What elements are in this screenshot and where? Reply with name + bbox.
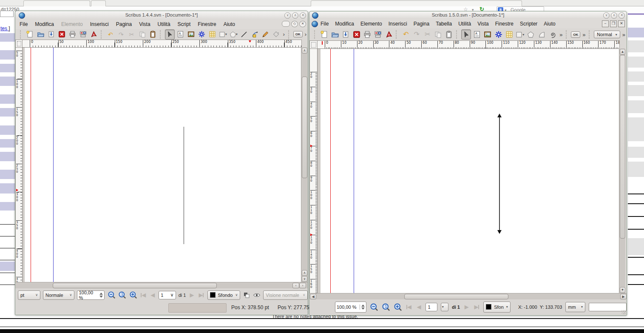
browser-tab[interactable] bbox=[23, 0, 90, 6]
menu-item[interactable]: Utilità bbox=[158, 21, 170, 27]
insert-spiral-button[interactable] bbox=[548, 29, 557, 40]
save-document-button[interactable] bbox=[46, 29, 56, 40]
redo-button[interactable]: ↷ bbox=[116, 29, 126, 40]
open-document-button[interactable] bbox=[330, 29, 340, 40]
open-document-button[interactable] bbox=[36, 29, 45, 40]
next-page-button[interactable]: ▶ bbox=[463, 303, 470, 311]
menu-item[interactable]: Modifica bbox=[35, 21, 54, 27]
line-object[interactable] bbox=[184, 127, 184, 244]
redo-button[interactable]: ↷ bbox=[412, 29, 422, 40]
first-page-button[interactable]: ◀ bbox=[140, 291, 147, 299]
toolbar-overflow-chevron[interactable]: » bbox=[558, 31, 564, 38]
insert-table-button[interactable] bbox=[207, 29, 217, 40]
maximize-button[interactable]: ∧ bbox=[292, 12, 298, 19]
mdi-minimize-button[interactable]: − bbox=[602, 20, 609, 27]
close-document-button[interactable] bbox=[57, 29, 67, 40]
mdi-restore-button[interactable]: ◇ bbox=[291, 21, 298, 27]
menu-item[interactable]: Scripter bbox=[520, 21, 537, 27]
layer-select[interactable]: Sfon▾ bbox=[483, 302, 511, 313]
scroll-up-button[interactable]: ∧ bbox=[302, 48, 307, 54]
preflight-verifier-button[interactable] bbox=[78, 29, 88, 40]
scroll-right-button[interactable]: › bbox=[299, 283, 306, 288]
copy-button[interactable] bbox=[137, 29, 147, 40]
zoom-level-spinner[interactable]: 100,00 % bbox=[77, 290, 105, 300]
scrollbar-thumb[interactable] bbox=[302, 77, 307, 178]
document-canvas[interactable] bbox=[22, 47, 301, 282]
cut-button[interactable]: ✂ bbox=[423, 29, 432, 40]
menu-item[interactable]: File bbox=[20, 21, 28, 27]
toolbar-overflow-chevron[interactable]: › bbox=[282, 31, 286, 37]
menu-item[interactable]: Tabella bbox=[436, 21, 452, 27]
scroll-up-button[interactable]: ▲ bbox=[620, 49, 625, 55]
zoom-out-button[interactable] bbox=[370, 302, 378, 312]
paste-button[interactable] bbox=[148, 29, 158, 40]
undo-button[interactable]: ↶ bbox=[105, 29, 115, 40]
horizontal-scrollbar[interactable]: ‹ › bbox=[15, 282, 308, 289]
scrollbar-thumb[interactable] bbox=[620, 55, 625, 239]
preflight-verifier-button[interactable] bbox=[373, 29, 383, 40]
print-document-button[interactable] bbox=[68, 29, 77, 40]
chevron-down-icon[interactable]: ▾ bbox=[236, 32, 238, 36]
scroll-down-button[interactable]: ∨ bbox=[302, 276, 307, 282]
mdi-close-button[interactable]: ✕ bbox=[618, 20, 625, 27]
menu-item[interactable]: Utilità bbox=[458, 21, 471, 27]
menu-item[interactable]: Elemento bbox=[360, 21, 382, 27]
insert-arc-button[interactable] bbox=[536, 29, 546, 40]
insert-shape-button[interactable]: ▾ bbox=[515, 29, 525, 40]
save-as-pdf-button[interactable]: A bbox=[384, 29, 394, 40]
menu-item[interactable]: Script bbox=[178, 21, 191, 27]
toolbar-more-chevron[interactable]: › bbox=[304, 31, 308, 37]
previous-page-button[interactable]: ◀ bbox=[416, 303, 423, 311]
scrollbar-thumb[interactable] bbox=[404, 294, 508, 299]
page-number-field[interactable]: 1 bbox=[426, 303, 437, 311]
scroll-down-button[interactable]: ▼ bbox=[620, 287, 625, 293]
insert-render-frame-button[interactable] bbox=[494, 29, 503, 40]
style-more-chevron[interactable]: » bbox=[621, 31, 627, 38]
select-item-button[interactable] bbox=[165, 29, 175, 40]
scroll-up-button[interactable]: ∧ bbox=[302, 270, 307, 276]
zoom-100-button[interactable]: 1 bbox=[382, 302, 390, 312]
close-button[interactable]: ✕ bbox=[618, 12, 625, 19]
unit-select[interactable]: pt∨ bbox=[18, 290, 40, 300]
page-number-select[interactable]: 1∨ bbox=[159, 291, 176, 299]
menu-item[interactable]: Aiuto bbox=[544, 21, 555, 27]
rotate-item-button[interactable] bbox=[271, 29, 281, 40]
zoom-level-spinner[interactable]: 100,00 % bbox=[335, 302, 366, 313]
zoom-in-button[interactable] bbox=[129, 290, 138, 300]
new-document-button[interactable] bbox=[25, 29, 35, 40]
document-page[interactable] bbox=[25, 48, 301, 282]
layer-indicator-icon[interactable] bbox=[243, 291, 250, 299]
undo-button[interactable]: ↶ bbox=[401, 29, 411, 40]
status-text-field[interactable] bbox=[589, 303, 627, 311]
toolbar-more-chevron[interactable]: » bbox=[581, 31, 587, 38]
cut-button[interactable]: ✂ bbox=[127, 29, 136, 40]
ok-button[interactable]: OK bbox=[571, 31, 580, 38]
save-document-button[interactable] bbox=[341, 29, 351, 40]
resize-grip[interactable] bbox=[621, 310, 626, 314]
menu-item[interactable]: Elemento bbox=[61, 21, 83, 27]
insert-render-frame-button[interactable] bbox=[197, 29, 207, 40]
shade-button[interactable]: ∨ bbox=[284, 12, 291, 19]
insert-image-frame-button[interactable] bbox=[186, 29, 196, 40]
menu-item[interactable]: Inserisci bbox=[389, 21, 407, 27]
insert-bezier-curve-button[interactable] bbox=[250, 29, 260, 40]
zoom-out-button[interactable] bbox=[107, 290, 116, 300]
unit-select[interactable]: mm▾ bbox=[565, 302, 585, 312]
chevron-down-icon[interactable]: ▾ bbox=[522, 33, 524, 37]
insert-polygon-button[interactable]: ▾ bbox=[229, 29, 238, 40]
menu-item[interactable]: Finestre bbox=[198, 21, 216, 27]
document-page[interactable] bbox=[321, 49, 619, 293]
layer-select[interactable]: Sfondo∨ bbox=[207, 290, 241, 300]
scroll-left-button[interactable]: ◀ bbox=[310, 294, 316, 299]
vertical-ruler[interactable]: 2030405060708090100110120130140150160 bbox=[309, 48, 318, 294]
zoom-100-button[interactable]: 1 bbox=[118, 290, 127, 300]
insert-image-frame-button[interactable] bbox=[483, 29, 493, 40]
menu-item[interactable]: File bbox=[321, 21, 329, 27]
mdi-restore-button[interactable]: ❒ bbox=[610, 20, 617, 27]
page-number-dropdown[interactable]: ▾ bbox=[441, 303, 448, 311]
menu-item[interactable]: Pagina bbox=[116, 21, 132, 27]
menu-item[interactable]: Modifica bbox=[335, 21, 354, 27]
document-canvas[interactable] bbox=[317, 48, 619, 293]
menu-item[interactable]: Inserisci bbox=[90, 21, 109, 27]
horizontal-ruler[interactable]: 0102030405060708090100110120130140150160… bbox=[317, 40, 620, 49]
